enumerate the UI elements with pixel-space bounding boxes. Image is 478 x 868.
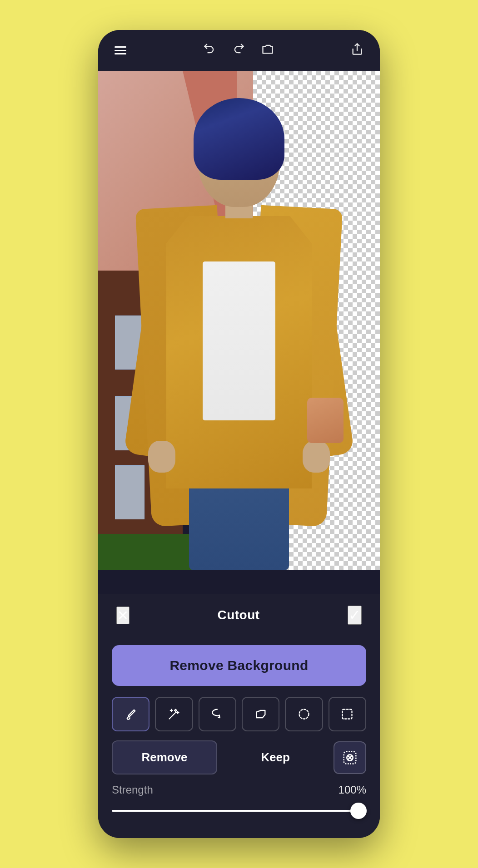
brush-tool-button[interactable]	[112, 697, 149, 731]
brush-icon	[124, 708, 137, 720]
refine-edge-icon	[343, 750, 357, 765]
svg-rect-9	[343, 710, 352, 719]
keep-action-button[interactable]: Keep	[223, 740, 328, 774]
refine-edge-button[interactable]	[334, 741, 366, 774]
rect-select-tool-button[interactable]	[329, 697, 366, 731]
lasso-tool-button[interactable]	[199, 697, 236, 731]
hand-right	[303, 441, 330, 473]
strength-value: 100%	[339, 784, 366, 796]
strength-row: Strength 100%	[112, 784, 366, 796]
action-row: Remove Keep	[112, 740, 366, 774]
circle-select-tool-button[interactable]	[285, 697, 323, 731]
slider-thumb[interactable]	[350, 803, 367, 819]
svg-line-7	[256, 710, 260, 712]
hamburger-line-2	[115, 50, 126, 51]
panel-header: ✕ Cutout ✓	[98, 594, 380, 634]
hamburger-line-3	[115, 53, 126, 54]
hand-left	[148, 441, 175, 473]
circle-select-icon	[298, 708, 310, 720]
panel-body: Remove Background	[98, 634, 380, 838]
remove-background-button[interactable]: Remove Background	[112, 645, 366, 686]
top-bar-center-icons	[203, 43, 274, 58]
open-folder-button[interactable]	[261, 43, 274, 58]
lasso-icon	[211, 708, 224, 720]
svg-point-8	[299, 710, 309, 719]
undo-button[interactable]	[203, 43, 216, 58]
white-top	[203, 261, 275, 420]
magic-wand-icon	[168, 708, 180, 720]
rect-select-icon	[341, 708, 354, 720]
slider-fill	[112, 810, 358, 812]
redo-button[interactable]	[232, 43, 245, 58]
hamburger-menu-button[interactable]	[115, 46, 126, 54]
person-subject	[134, 98, 344, 570]
image-canvas[interactable]	[98, 71, 380, 570]
polygon-lasso-icon	[254, 708, 267, 720]
shoulder-bag	[307, 398, 344, 443]
head-turban	[194, 98, 284, 180]
polygon-lasso-tool-button[interactable]	[242, 697, 279, 731]
remove-action-button[interactable]: Remove	[112, 740, 217, 774]
cutout-panel: ✕ Cutout ✓ Remove Background	[98, 594, 380, 838]
magic-wand-tool-button[interactable]	[155, 697, 193, 731]
tools-row	[112, 697, 366, 731]
slider-track	[112, 810, 366, 812]
hamburger-line-1	[115, 46, 126, 48]
panel-confirm-button[interactable]: ✓	[348, 606, 362, 625]
strength-slider[interactable]	[112, 802, 366, 820]
share-button[interactable]	[351, 43, 363, 58]
phone-frame: ✕ Cutout ✓ Remove Background	[98, 30, 380, 838]
top-bar	[98, 30, 380, 71]
panel-close-button[interactable]: ✕	[116, 607, 129, 624]
strength-label: Strength	[112, 784, 153, 796]
svg-line-2	[169, 713, 175, 719]
panel-title: Cutout	[217, 608, 259, 622]
